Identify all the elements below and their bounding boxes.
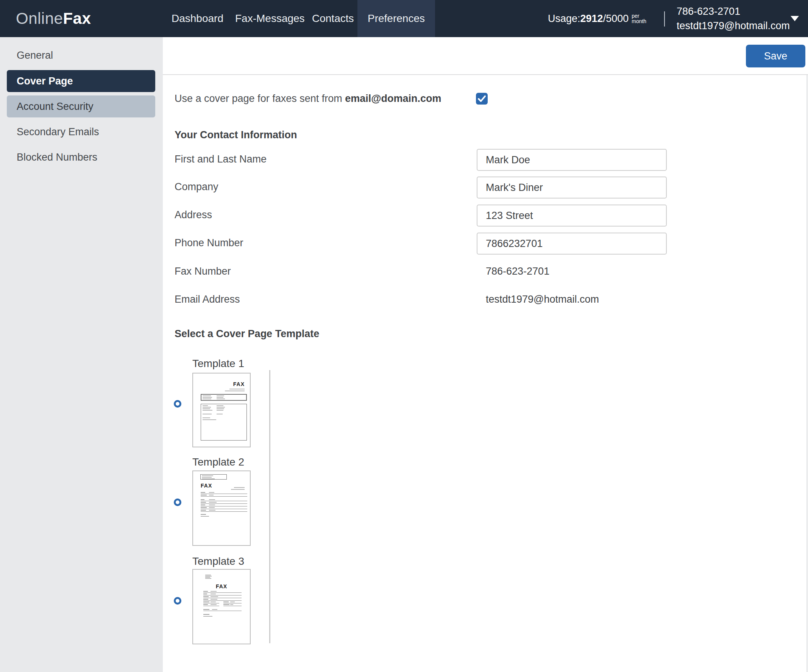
cover-toggle-label-email: email@domain.com: [345, 93, 441, 104]
usage-per-month: per month: [631, 13, 646, 24]
field-label-email: Email Address: [175, 294, 240, 305]
template-3-doc-title: FAX: [193, 583, 250, 589]
account-menu[interactable]: 786-623-2701 testdt1979@hotmail.com: [677, 4, 790, 33]
nav-item-contacts[interactable]: Contacts: [312, 0, 354, 37]
nav-item-fax-messages[interactable]: Fax-Messages: [235, 0, 305, 37]
template-3-radio[interactable]: [174, 597, 181, 605]
field-label-name: First and Last Name: [175, 154, 267, 165]
phone-field[interactable]: [477, 232, 667, 254]
sidebar-item-blocked-numbers[interactable]: Blocked Numbers: [7, 146, 155, 168]
field-label-fax: Fax Number: [175, 266, 231, 277]
usage-total: /5000: [603, 13, 629, 25]
template-section-heading: Select a Cover Page Template: [175, 328, 319, 340]
company-field[interactable]: [477, 177, 667, 199]
account-email: testdt1979@hotmail.com: [677, 18, 790, 33]
sidebar-item-cover-page[interactable]: Cover Page: [7, 70, 155, 92]
field-label-company: Company: [175, 181, 219, 193]
account-phone: 786-623-2701: [677, 4, 790, 18]
top-navbar: OnlineFax Dashboard Fax-Messages Contact…: [0, 0, 808, 37]
email-address-value: testdt1979@hotmail.com: [486, 294, 599, 305]
nav-item-dashboard[interactable]: Dashboard: [172, 0, 224, 37]
cover-toggle-label: Use a cover page for faxes sent from ema…: [175, 93, 441, 105]
fax-number-value: 786-623-2701: [486, 266, 549, 277]
name-field[interactable]: [477, 149, 667, 171]
nav-item-preferences[interactable]: Preferences: [357, 0, 435, 37]
app-logo: OnlineFax: [16, 0, 91, 37]
template-3-thumbnail[interactable]: FAX: [192, 569, 250, 644]
template-2-label: Template 2: [192, 456, 244, 468]
checkmark-icon: [478, 95, 486, 102]
template-2-thumbnail[interactable]: FAX: [192, 470, 250, 546]
contact-info-heading: Your Contact Information: [175, 129, 297, 141]
template-1-doc-title: FAX: [233, 381, 245, 387]
sidebar-item-general[interactable]: General: [7, 44, 155, 66]
cover-page-panel: Save Use a cover page for faxes sent fro…: [163, 37, 808, 672]
settings-sidebar: General Cover Page Account Security Seco…: [0, 37, 163, 672]
field-label-address: Address: [175, 209, 212, 221]
usage-month: month: [631, 18, 646, 24]
save-button[interactable]: Save: [746, 45, 805, 67]
sidebar-item-secondary-emails[interactable]: Secondary Emails: [7, 121, 155, 143]
nav-separator: [664, 12, 665, 27]
usage-indicator: Usage: 2912 /5000 per month: [548, 0, 646, 37]
template-3-label: Template 3: [192, 555, 244, 567]
address-field[interactable]: [477, 204, 667, 227]
cover-toggle-label-prefix: Use a cover page for faxes sent from: [175, 93, 345, 104]
header-divider: [163, 74, 808, 75]
app-window: OnlineFax Dashboard Fax-Messages Contact…: [0, 0, 808, 672]
usage-value: 2912: [581, 13, 603, 25]
usage-label: Usage:: [548, 13, 581, 25]
chevron-down-icon[interactable]: [791, 16, 799, 21]
logo-part-fax: Fax: [63, 10, 91, 28]
template-2-radio[interactable]: [174, 498, 181, 506]
template-1-label: Template 1: [192, 358, 244, 370]
logo-part-online: Online: [16, 10, 63, 28]
cover-page-checkbox[interactable]: [476, 93, 487, 105]
field-label-phone: Phone Number: [175, 237, 244, 249]
sidebar-item-account-security[interactable]: Account Security: [7, 95, 155, 117]
content-scrollbar-track[interactable]: [806, 75, 808, 672]
template-1-thumbnail[interactable]: FAX: [192, 373, 250, 447]
template-1-radio[interactable]: [174, 400, 181, 408]
template-list-scrollbar[interactable]: [269, 370, 270, 643]
template-2-doc-title: FAX: [201, 483, 212, 489]
